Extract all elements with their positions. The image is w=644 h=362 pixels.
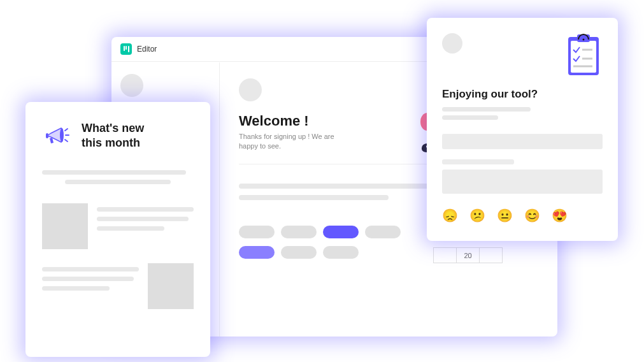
label-skeleton — [442, 159, 514, 164]
logo-icon — [120, 43, 132, 55]
emoji-neutral[interactable]: 😐 — [497, 208, 513, 223]
textarea-placeholder[interactable] — [442, 170, 603, 194]
profile-avatar-placeholder — [239, 78, 262, 101]
pill-button-active[interactable] — [323, 226, 359, 238]
svg-point-0 — [60, 128, 64, 142]
news-thumbnail — [42, 203, 88, 249]
caption-skeleton — [442, 107, 603, 120]
pill-button[interactable] — [323, 246, 359, 259]
emoji-love[interactable]: 😍 — [552, 208, 568, 223]
skeleton-line — [42, 277, 134, 281]
svg-rect-1 — [46, 133, 48, 138]
avatar-placeholder — [442, 33, 462, 54]
welcome-sub: Thanks for signing up ! We are happy to … — [239, 132, 341, 152]
feedback-header — [442, 33, 603, 78]
skeleton-line — [42, 267, 139, 272]
skeleton-line — [97, 217, 189, 221]
pill-button[interactable] — [239, 226, 275, 238]
news-item[interactable] — [42, 203, 194, 249]
news-text-skeleton — [97, 203, 194, 249]
input-placeholder[interactable] — [442, 134, 603, 149]
skeleton-line — [239, 184, 434, 189]
skeleton-line — [42, 286, 110, 291]
welcome-text-block: Welcome ! Thanks for signing up ! We are… — [239, 113, 341, 152]
whats-new-title: What's new this month — [82, 121, 144, 151]
whats-new-card: What's new this month — [25, 102, 210, 357]
skeleton-line — [97, 226, 164, 231]
news-thumbnail — [148, 263, 194, 309]
whats-new-header: What's new this month — [42, 121, 194, 151]
news-item[interactable] — [42, 263, 194, 309]
skeleton-line — [97, 207, 194, 212]
skeleton-line — [65, 180, 171, 184]
news-text-skeleton — [42, 263, 139, 309]
editor-title: Editor — [137, 45, 157, 54]
table-cell-value: 20 — [457, 248, 480, 263]
clipboard-icon — [564, 33, 603, 78]
pill-button[interactable] — [281, 246, 317, 259]
pill-button-secondary[interactable] — [239, 246, 275, 259]
feedback-title: Enjoying our tool? — [442, 88, 603, 101]
skeleton-line — [442, 115, 498, 120]
mini-table: 20 — [433, 247, 503, 263]
skeleton-line — [239, 195, 389, 200]
emoji-rating: 😞 😕 😐 😊 😍 — [442, 208, 603, 223]
feedback-card: Enjoying our tool? 😞 😕 😐 😊 😍 — [427, 18, 618, 241]
avatar-placeholder — [120, 74, 143, 97]
skeleton-line — [442, 107, 531, 112]
pill-button[interactable] — [365, 226, 401, 238]
emoji-happy[interactable]: 😊 — [524, 208, 540, 223]
emoji-confused[interactable]: 😕 — [469, 208, 485, 223]
skeleton-line — [42, 170, 186, 175]
emoji-sad[interactable]: 😞 — [442, 208, 458, 223]
pill-button[interactable] — [281, 226, 317, 238]
welcome-heading: Welcome ! — [239, 113, 341, 129]
megaphone-icon — [42, 122, 70, 150]
description-skeleton — [42, 170, 194, 184]
svg-rect-3 — [571, 41, 596, 73]
svg-point-5 — [583, 39, 585, 41]
